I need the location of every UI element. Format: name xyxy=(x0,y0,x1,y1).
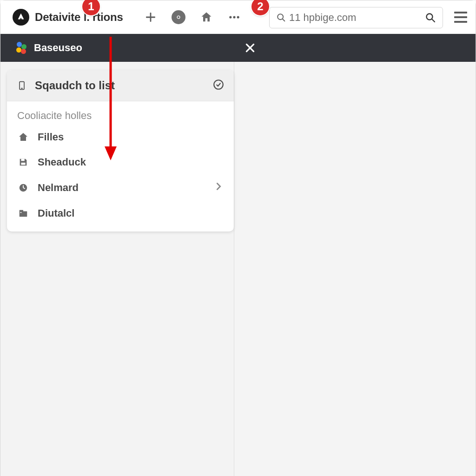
panel-head-row[interactable]: Sqaudch to list xyxy=(7,70,234,101)
search-icon xyxy=(276,13,286,23)
panel-item-diutalcl[interactable]: Diutalcl xyxy=(7,201,234,226)
right-pane xyxy=(234,62,476,476)
home-small-icon xyxy=(17,132,29,143)
app-logo-icon xyxy=(14,41,27,54)
folder-icon xyxy=(17,208,29,218)
panel-item-filles[interactable]: Filles xyxy=(7,125,234,150)
side-panel: Sqaudch to list Cooliacite holles Filles xyxy=(7,70,234,231)
phone-icon xyxy=(16,79,27,92)
panel-brand: Baseuseo xyxy=(34,42,82,54)
search-action-icon[interactable] xyxy=(425,12,436,23)
panel-item-label: Diutalcl xyxy=(38,207,224,219)
svg-point-5 xyxy=(237,16,239,18)
svg-rect-19 xyxy=(20,210,23,212)
close-icon xyxy=(244,42,256,54)
panel-item-label: Nelmard xyxy=(38,182,205,194)
record-button[interactable] xyxy=(171,9,186,25)
home-button[interactable] xyxy=(198,9,214,25)
panel-item-sheaduck[interactable]: Sheaduck xyxy=(7,150,234,175)
panel-head-title: Sqaudch to list xyxy=(35,79,212,92)
content-split: Sqaudch to list Cooliacite holles Filles xyxy=(0,62,476,476)
check-circle-icon xyxy=(212,79,225,93)
record-icon xyxy=(172,10,185,24)
svg-point-3 xyxy=(229,16,231,18)
clock-icon xyxy=(17,183,29,193)
svg-rect-18 xyxy=(20,211,27,217)
svg-rect-15 xyxy=(21,159,24,161)
chevron-right-icon xyxy=(213,181,224,194)
tab-actions xyxy=(143,9,242,25)
new-tab-button[interactable] xyxy=(143,9,159,25)
left-pane: Sqaudch to list Cooliacite holles Filles xyxy=(0,62,234,476)
tab-favicon-icon xyxy=(13,9,29,26)
tab-title: Detaivite l. rtions xyxy=(35,11,123,24)
home-icon xyxy=(200,11,213,24)
svg-rect-20 xyxy=(20,212,22,213)
panel-item-label: Filles xyxy=(38,131,224,143)
address-bar[interactable]: 11 hpbige.com xyxy=(269,7,443,28)
svg-line-9 xyxy=(432,19,435,22)
svg-point-14 xyxy=(214,80,223,89)
svg-line-7 xyxy=(283,19,285,21)
panel-subtitle: Cooliacite holles xyxy=(7,101,234,125)
menu-button[interactable] xyxy=(454,12,467,23)
svg-point-4 xyxy=(233,16,235,18)
close-panel-button[interactable] xyxy=(244,34,256,62)
save-icon xyxy=(17,157,29,167)
panel-header-bar: Baseuseo xyxy=(0,34,476,62)
panel-item-nelmard[interactable]: Nelmard xyxy=(7,175,234,201)
tab-bar: Detaivite l. rtions 11 hpbige.com xyxy=(0,0,476,34)
active-tab[interactable]: Detaivite l. rtions xyxy=(8,0,128,33)
svg-rect-16 xyxy=(21,163,25,165)
panel-item-label: Sheaduck xyxy=(38,156,224,168)
more-horizontal-icon xyxy=(228,11,241,24)
plus-icon xyxy=(145,11,157,23)
address-url: 11 hpbige.com xyxy=(289,12,422,24)
hamburger-icon xyxy=(454,12,467,13)
more-button[interactable] xyxy=(226,9,242,25)
svg-point-2 xyxy=(177,16,180,19)
